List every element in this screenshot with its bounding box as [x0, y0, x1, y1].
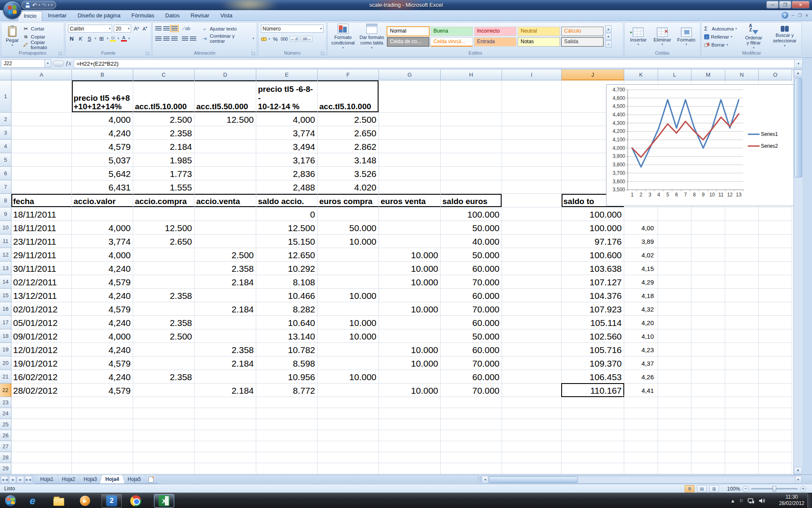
row-header-17[interactable]: 17 [0, 316, 11, 329]
cell-I17[interactable] [502, 316, 562, 329]
cell-I3[interactable] [502, 126, 562, 140]
merge-center-button[interactable]: ⇥ Combinar y centrar ▾ [200, 33, 255, 44]
cell-E7[interactable]: 2,488 [256, 180, 318, 194]
cell-E1[interactable]: precio tl5 -6-8-- 10-12-14 % [256, 80, 318, 113]
cell-A21[interactable]: 16/02/2012 [11, 370, 72, 384]
cell-G8[interactable]: euros venta [379, 194, 441, 207]
cell-O22[interactable] [759, 384, 792, 397]
cell-E18[interactable]: 13.140 [256, 329, 318, 343]
cell-A5[interactable] [11, 153, 72, 167]
format-cells-button[interactable]: Formato ▾ [675, 24, 698, 50]
cell-L18[interactable] [658, 329, 691, 343]
cell-D29[interactable] [195, 463, 256, 474]
cell-N23[interactable] [725, 397, 759, 408]
vertical-scrollbar[interactable]: ▲ ▼ [793, 69, 803, 475]
sheet-tab-Hoja5[interactable]: Hoja5 [122, 475, 146, 484]
cell-E28[interactable] [256, 452, 318, 463]
cell-K16[interactable]: 4,32 [624, 302, 658, 316]
cell-D26[interactable] [195, 430, 256, 441]
cell-H3[interactable] [441, 126, 502, 140]
font-color-dropdown-icon[interactable]: ▾ [129, 37, 130, 40]
close-button[interactable]: ✕ [792, 1, 809, 8]
cell-B20[interactable]: 4,579 [72, 356, 133, 370]
cell-O26[interactable] [759, 430, 792, 441]
cell-G28[interactable] [379, 452, 441, 463]
cell-L20[interactable] [658, 356, 691, 370]
cell-O13[interactable] [759, 262, 792, 275]
paste-button[interactable]: Pegar ▾ [3, 24, 22, 50]
cell-K19[interactable]: 4,23 [624, 343, 658, 356]
cell-L19[interactable] [658, 343, 691, 356]
formula-bar-expand-icon[interactable]: ▼ [794, 59, 803, 68]
cell-A1[interactable] [11, 80, 72, 113]
insert-cells-button[interactable]: Insertar ▾ [626, 24, 650, 50]
column-header-A[interactable]: A [11, 69, 72, 80]
cell-F9[interactable] [318, 207, 379, 221]
cell-H9[interactable]: 100.000 [441, 207, 502, 221]
clear-button[interactable]: Borrar▾ [703, 41, 738, 49]
cell-I2[interactable] [502, 113, 562, 126]
cell-M20[interactable] [691, 356, 725, 370]
cell-H24[interactable] [441, 408, 502, 419]
cell-F27[interactable] [318, 441, 379, 452]
scroll-down-icon[interactable]: ▼ [794, 467, 802, 475]
cell-B10[interactable]: 4,000 [72, 221, 133, 235]
cell-L12[interactable] [658, 248, 691, 262]
cell-D8[interactable]: accio.venta [195, 194, 256, 207]
cell-G9[interactable] [379, 207, 441, 221]
cell-C8[interactable]: accio.compra [133, 194, 195, 207]
cell-N17[interactable] [725, 316, 759, 329]
cell-A13[interactable]: 30/11/2011 [11, 262, 72, 275]
cell-N12[interactable] [725, 248, 759, 262]
formula-input[interactable]: =H22+(E22*B22) [74, 59, 794, 68]
cell-A9[interactable]: 18/11/2011 [11, 207, 72, 221]
cell-A7[interactable] [11, 180, 72, 194]
cell-H1[interactable] [441, 80, 502, 113]
cell-style-Salida[interactable]: Salida [561, 37, 604, 47]
cell-K11[interactable]: 3,89 [624, 235, 658, 248]
cell-E21[interactable]: 10.956 [256, 370, 318, 384]
cell-H22[interactable]: 70.000 [441, 384, 502, 397]
cell-K26[interactable] [624, 430, 658, 441]
column-header-B[interactable]: B [72, 69, 133, 80]
numero-dialog-launcher-icon[interactable] [321, 51, 325, 55]
cell-C29[interactable] [133, 463, 195, 474]
format-as-table-button[interactable]: Dar formato como tabla ▾ [358, 24, 385, 50]
cell-style-Incorrecto[interactable]: Incorrecto [474, 27, 516, 36]
undo-icon[interactable]: ↶ [32, 3, 37, 8]
column-header-N[interactable]: N [725, 69, 759, 80]
cell-G4[interactable] [379, 140, 441, 153]
sheet-tab-Hoja1[interactable]: Hoja1 [35, 475, 59, 484]
fill-color-dropdown-icon[interactable]: ▾ [118, 37, 119, 40]
cell-D5[interactable] [195, 153, 256, 167]
cell-I22[interactable] [502, 384, 562, 397]
column-header-C[interactable]: C [133, 69, 195, 80]
cell-H6[interactable] [441, 167, 502, 180]
cell-K17[interactable]: 4,20 [624, 316, 658, 329]
cell-I11[interactable] [502, 235, 562, 248]
row-header-18[interactable]: 18 [0, 329, 11, 343]
cell-O21[interactable] [759, 370, 792, 384]
taskbar-media-player-icon[interactable]: ▶ [79, 494, 91, 507]
cell-E4[interactable]: 3,494 [256, 140, 318, 153]
cell-F25[interactable] [318, 419, 379, 430]
cell-G14[interactable]: 10.000 [379, 275, 441, 289]
cell-B3[interactable]: 4,240 [72, 126, 133, 140]
cell-F24[interactable] [318, 408, 379, 419]
row-header-19[interactable]: 19 [0, 343, 11, 356]
cell-D9[interactable] [195, 207, 256, 221]
cell-C21[interactable]: 2.358 [133, 370, 195, 384]
cell-M22[interactable] [691, 384, 725, 397]
row-header-29[interactable]: 29 [0, 463, 11, 474]
cell-E24[interactable] [256, 408, 318, 419]
cell-E10[interactable]: 12.500 [256, 221, 318, 235]
cell-K28[interactable] [624, 452, 658, 463]
cell-L9[interactable] [658, 207, 691, 221]
row-header-26[interactable]: 26 [0, 430, 11, 441]
cell-A10[interactable]: 18/11/2011 [11, 221, 72, 235]
cell-F15[interactable]: 10.000 [318, 289, 379, 302]
cell-G3[interactable] [379, 126, 441, 140]
cell-J18[interactable]: 102.560 [562, 329, 624, 343]
row-header-3[interactable]: 3 [0, 126, 11, 140]
align-top-icon[interactable] [155, 26, 162, 31]
